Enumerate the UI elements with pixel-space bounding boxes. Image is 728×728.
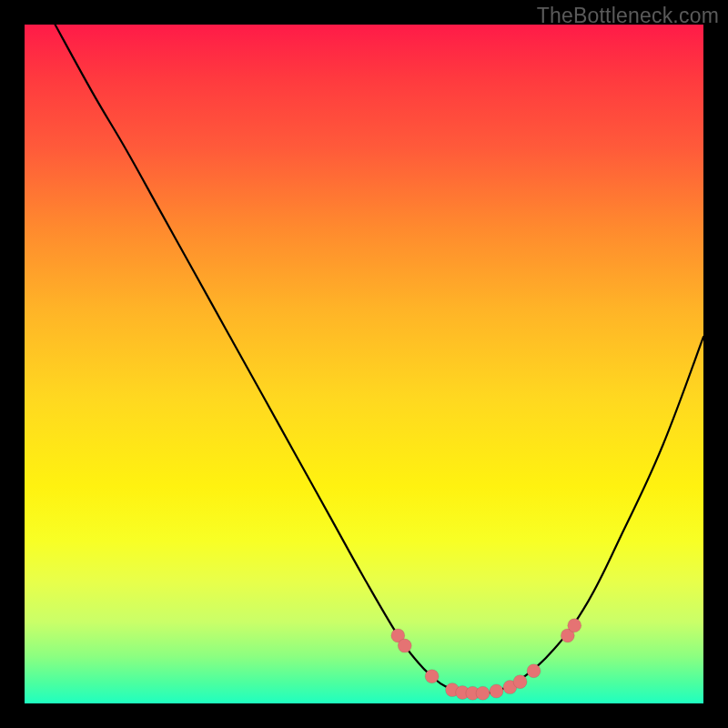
curve-marker [568,619,581,632]
markers-group [391,619,581,701]
curve-marker [490,684,503,698]
bottleneck-curve [56,25,703,694]
curve-marker [513,675,527,689]
curve-marker [476,686,490,700]
curve-marker [398,639,411,652]
curve-marker [527,664,541,678]
chart-svg [25,25,703,703]
curve-marker [425,670,439,683]
